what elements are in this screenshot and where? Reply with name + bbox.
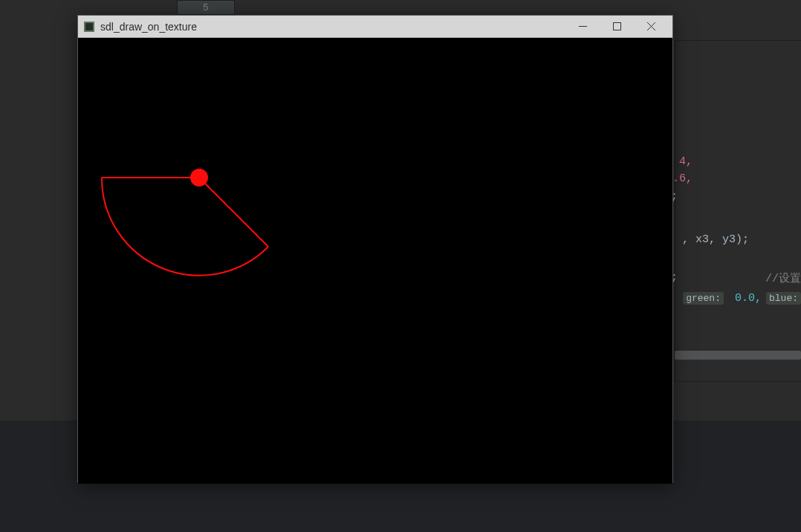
code-fragment: , x3, y3);	[682, 233, 749, 246]
window-title: sdl_draw_on_texture	[100, 21, 565, 33]
code-param-hints: green: 0.0, blue:	[683, 292, 801, 305]
titlebar[interactable]: sdl_draw_on_texture	[78, 16, 672, 38]
minimize-button[interactable]	[565, 16, 600, 38]
code-comment: //设置	[765, 271, 801, 285]
sdl-app-window: sdl_draw_on_texture	[77, 15, 673, 483]
ide-scrollbar[interactable]	[675, 351, 801, 360]
app-icon	[84, 22, 94, 32]
ide-editor-panel	[675, 40, 801, 382]
close-button[interactable]	[634, 16, 668, 38]
ide-tab: 5	[177, 0, 235, 15]
svg-line-5	[199, 178, 268, 247]
fan-shape-drawing	[78, 38, 672, 484]
maximize-button[interactable]	[600, 16, 634, 38]
code-fragment: .6,	[672, 172, 693, 185]
svg-point-6	[190, 169, 208, 186]
svg-rect-1	[613, 23, 620, 30]
code-fragment: 4,	[679, 155, 693, 168]
sdl-render-area	[78, 38, 672, 484]
